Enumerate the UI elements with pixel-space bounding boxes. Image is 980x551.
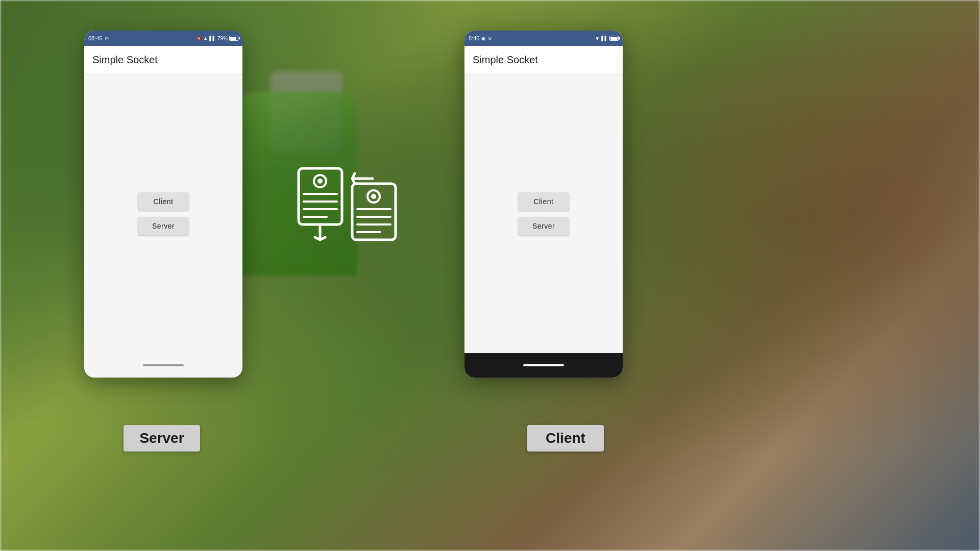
left-phone-frame: 08:46 ⊙ 🔇 ▲ ▌▌ 79% Simple Socket Client … <box>84 31 242 378</box>
left-battery-icon <box>229 36 238 41</box>
right-phone-label: Client <box>527 425 604 452</box>
right-status-bar-right: ▼ ▌▌ <box>595 36 619 41</box>
transfer-icon-container <box>293 148 406 260</box>
right-nav-indicator <box>523 364 564 366</box>
left-status-bar-left: 08:46 ⊙ <box>88 35 109 41</box>
right-battery-icon <box>609 36 619 41</box>
left-phone-content: Client Server <box>84 74 242 353</box>
left-nav-bar <box>84 353 242 378</box>
right-app-title: Simple Socket <box>473 54 538 66</box>
right-document-icon <box>352 184 396 240</box>
left-time: 08:46 <box>88 35 103 41</box>
left-app-title: Simple Socket <box>92 54 158 66</box>
right-client-button[interactable]: Client <box>518 192 569 211</box>
right-phone-content: Client Server <box>464 74 623 353</box>
right-clock-icon: ⊙ <box>488 36 492 41</box>
left-phone-label-text: Server <box>139 430 184 446</box>
left-status-dot: ⊙ <box>105 36 109 41</box>
right-time: 8:46 <box>469 35 479 41</box>
right-phone-label-text: Client <box>546 430 585 446</box>
right-signal-bars: ▌▌ <box>601 36 608 41</box>
left-status-bar-right: 🔇 ▲ ▌▌ 79% <box>196 36 238 41</box>
svg-point-2 <box>317 179 323 184</box>
left-wifi-icon: ▲ <box>203 36 208 41</box>
right-nav-bar <box>464 353 623 378</box>
left-app-bar: Simple Socket <box>84 46 242 74</box>
right-app-bar: Simple Socket <box>464 46 623 74</box>
right-sim-icon: ▣ <box>481 36 486 41</box>
left-nav-indicator <box>143 364 184 366</box>
right-status-bar-left: 8:46 ▣ ⊙ <box>469 35 492 41</box>
left-battery-text: 79% <box>217 36 228 41</box>
left-status-bar: 08:46 ⊙ 🔇 ▲ ▌▌ 79% <box>84 31 242 46</box>
left-mute-icon: 🔇 <box>196 36 202 41</box>
left-signal-icon: ▌▌ <box>209 36 216 41</box>
left-phone-label: Server <box>124 425 200 452</box>
left-server-button[interactable]: Server <box>138 217 189 235</box>
right-server-button[interactable]: Server <box>518 217 569 235</box>
transfer-icon-svg <box>293 148 406 260</box>
left-document-icon <box>299 168 342 224</box>
right-phone-frame: 8:46 ▣ ⊙ ▼ ▌▌ Simple Socket Client Serve… <box>464 31 623 378</box>
right-status-bar: 8:46 ▣ ⊙ ▼ ▌▌ <box>464 31 623 46</box>
right-wifi-icon: ▼ <box>595 36 600 41</box>
left-client-button[interactable]: Client <box>138 192 189 211</box>
svg-point-9 <box>371 194 376 199</box>
